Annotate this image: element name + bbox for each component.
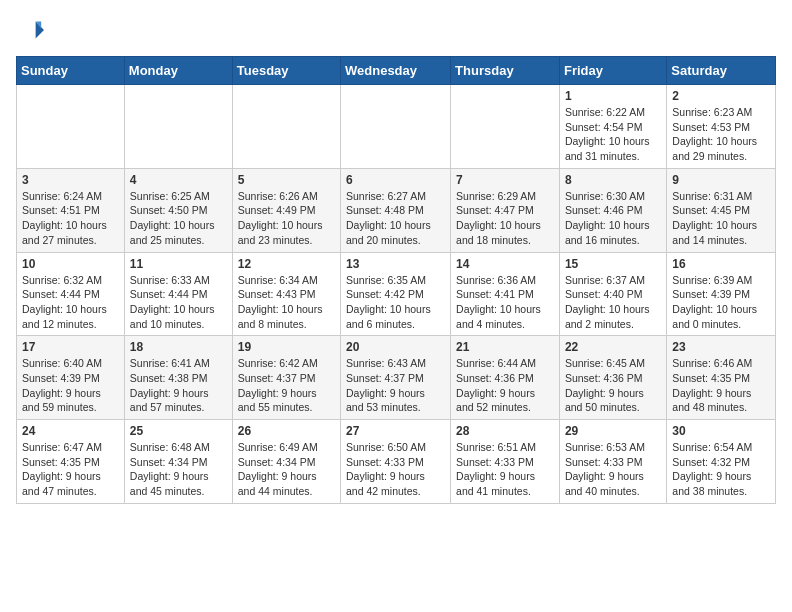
logo-icon [16, 16, 44, 44]
col-header-wednesday: Wednesday [341, 57, 451, 85]
day-number: 27 [346, 424, 445, 438]
calendar-cell: 14Sunrise: 6:36 AM Sunset: 4:41 PM Dayli… [451, 252, 560, 336]
calendar-cell: 5Sunrise: 6:26 AM Sunset: 4:49 PM Daylig… [232, 168, 340, 252]
day-number: 29 [565, 424, 661, 438]
calendar-cell: 10Sunrise: 6:32 AM Sunset: 4:44 PM Dayli… [17, 252, 125, 336]
day-number: 15 [565, 257, 661, 271]
calendar-cell: 8Sunrise: 6:30 AM Sunset: 4:46 PM Daylig… [559, 168, 666, 252]
calendar-cell [341, 85, 451, 169]
day-number: 23 [672, 340, 770, 354]
calendar-cell: 1Sunrise: 6:22 AM Sunset: 4:54 PM Daylig… [559, 85, 666, 169]
day-info: Sunrise: 6:31 AM Sunset: 4:45 PM Dayligh… [672, 189, 770, 248]
day-number: 1 [565, 89, 661, 103]
day-info: Sunrise: 6:48 AM Sunset: 4:34 PM Dayligh… [130, 440, 227, 499]
logo [16, 16, 48, 44]
day-number: 25 [130, 424, 227, 438]
calendar-cell: 28Sunrise: 6:51 AM Sunset: 4:33 PM Dayli… [451, 420, 560, 504]
col-header-sunday: Sunday [17, 57, 125, 85]
calendar-cell: 3Sunrise: 6:24 AM Sunset: 4:51 PM Daylig… [17, 168, 125, 252]
calendar-cell: 30Sunrise: 6:54 AM Sunset: 4:32 PM Dayli… [667, 420, 776, 504]
day-number: 13 [346, 257, 445, 271]
calendar-cell: 2Sunrise: 6:23 AM Sunset: 4:53 PM Daylig… [667, 85, 776, 169]
day-number: 20 [346, 340, 445, 354]
day-number: 22 [565, 340, 661, 354]
calendar-cell [232, 85, 340, 169]
calendar-cell: 12Sunrise: 6:34 AM Sunset: 4:43 PM Dayli… [232, 252, 340, 336]
calendar-cell: 21Sunrise: 6:44 AM Sunset: 4:36 PM Dayli… [451, 336, 560, 420]
day-number: 26 [238, 424, 335, 438]
day-info: Sunrise: 6:36 AM Sunset: 4:41 PM Dayligh… [456, 273, 554, 332]
day-info: Sunrise: 6:54 AM Sunset: 4:32 PM Dayligh… [672, 440, 770, 499]
calendar-cell: 26Sunrise: 6:49 AM Sunset: 4:34 PM Dayli… [232, 420, 340, 504]
day-info: Sunrise: 6:25 AM Sunset: 4:50 PM Dayligh… [130, 189, 227, 248]
calendar-week-row: 10Sunrise: 6:32 AM Sunset: 4:44 PM Dayli… [17, 252, 776, 336]
calendar-cell: 22Sunrise: 6:45 AM Sunset: 4:36 PM Dayli… [559, 336, 666, 420]
calendar-cell [124, 85, 232, 169]
calendar-table: SundayMondayTuesdayWednesdayThursdayFrid… [16, 56, 776, 504]
calendar-week-row: 1Sunrise: 6:22 AM Sunset: 4:54 PM Daylig… [17, 85, 776, 169]
day-number: 10 [22, 257, 119, 271]
col-header-thursday: Thursday [451, 57, 560, 85]
day-number: 6 [346, 173, 445, 187]
day-number: 17 [22, 340, 119, 354]
day-info: Sunrise: 6:41 AM Sunset: 4:38 PM Dayligh… [130, 356, 227, 415]
day-info: Sunrise: 6:30 AM Sunset: 4:46 PM Dayligh… [565, 189, 661, 248]
day-number: 19 [238, 340, 335, 354]
day-info: Sunrise: 6:35 AM Sunset: 4:42 PM Dayligh… [346, 273, 445, 332]
calendar-header-row: SundayMondayTuesdayWednesdayThursdayFrid… [17, 57, 776, 85]
calendar-week-row: 17Sunrise: 6:40 AM Sunset: 4:39 PM Dayli… [17, 336, 776, 420]
calendar-cell: 15Sunrise: 6:37 AM Sunset: 4:40 PM Dayli… [559, 252, 666, 336]
calendar-cell: 6Sunrise: 6:27 AM Sunset: 4:48 PM Daylig… [341, 168, 451, 252]
calendar-cell: 23Sunrise: 6:46 AM Sunset: 4:35 PM Dayli… [667, 336, 776, 420]
calendar-week-row: 3Sunrise: 6:24 AM Sunset: 4:51 PM Daylig… [17, 168, 776, 252]
day-info: Sunrise: 6:23 AM Sunset: 4:53 PM Dayligh… [672, 105, 770, 164]
calendar-cell [17, 85, 125, 169]
calendar-cell: 24Sunrise: 6:47 AM Sunset: 4:35 PM Dayli… [17, 420, 125, 504]
calendar-cell: 13Sunrise: 6:35 AM Sunset: 4:42 PM Dayli… [341, 252, 451, 336]
page-header [16, 16, 776, 44]
day-number: 7 [456, 173, 554, 187]
calendar-cell: 7Sunrise: 6:29 AM Sunset: 4:47 PM Daylig… [451, 168, 560, 252]
day-number: 14 [456, 257, 554, 271]
day-info: Sunrise: 6:44 AM Sunset: 4:36 PM Dayligh… [456, 356, 554, 415]
day-info: Sunrise: 6:45 AM Sunset: 4:36 PM Dayligh… [565, 356, 661, 415]
day-number: 28 [456, 424, 554, 438]
calendar-cell: 20Sunrise: 6:43 AM Sunset: 4:37 PM Dayli… [341, 336, 451, 420]
calendar-cell: 19Sunrise: 6:42 AM Sunset: 4:37 PM Dayli… [232, 336, 340, 420]
day-info: Sunrise: 6:53 AM Sunset: 4:33 PM Dayligh… [565, 440, 661, 499]
day-number: 3 [22, 173, 119, 187]
day-info: Sunrise: 6:51 AM Sunset: 4:33 PM Dayligh… [456, 440, 554, 499]
calendar-cell: 11Sunrise: 6:33 AM Sunset: 4:44 PM Dayli… [124, 252, 232, 336]
day-number: 5 [238, 173, 335, 187]
calendar-cell: 18Sunrise: 6:41 AM Sunset: 4:38 PM Dayli… [124, 336, 232, 420]
day-info: Sunrise: 6:47 AM Sunset: 4:35 PM Dayligh… [22, 440, 119, 499]
col-header-monday: Monday [124, 57, 232, 85]
day-info: Sunrise: 6:43 AM Sunset: 4:37 PM Dayligh… [346, 356, 445, 415]
day-info: Sunrise: 6:49 AM Sunset: 4:34 PM Dayligh… [238, 440, 335, 499]
day-info: Sunrise: 6:34 AM Sunset: 4:43 PM Dayligh… [238, 273, 335, 332]
day-number: 8 [565, 173, 661, 187]
day-info: Sunrise: 6:40 AM Sunset: 4:39 PM Dayligh… [22, 356, 119, 415]
calendar-cell: 25Sunrise: 6:48 AM Sunset: 4:34 PM Dayli… [124, 420, 232, 504]
calendar-week-row: 24Sunrise: 6:47 AM Sunset: 4:35 PM Dayli… [17, 420, 776, 504]
day-info: Sunrise: 6:22 AM Sunset: 4:54 PM Dayligh… [565, 105, 661, 164]
day-info: Sunrise: 6:42 AM Sunset: 4:37 PM Dayligh… [238, 356, 335, 415]
day-number: 9 [672, 173, 770, 187]
calendar-cell: 4Sunrise: 6:25 AM Sunset: 4:50 PM Daylig… [124, 168, 232, 252]
day-info: Sunrise: 6:39 AM Sunset: 4:39 PM Dayligh… [672, 273, 770, 332]
day-info: Sunrise: 6:46 AM Sunset: 4:35 PM Dayligh… [672, 356, 770, 415]
calendar-cell: 27Sunrise: 6:50 AM Sunset: 4:33 PM Dayli… [341, 420, 451, 504]
day-number: 16 [672, 257, 770, 271]
day-number: 12 [238, 257, 335, 271]
day-number: 24 [22, 424, 119, 438]
col-header-saturday: Saturday [667, 57, 776, 85]
calendar-cell [451, 85, 560, 169]
calendar-cell: 29Sunrise: 6:53 AM Sunset: 4:33 PM Dayli… [559, 420, 666, 504]
col-header-tuesday: Tuesday [232, 57, 340, 85]
day-info: Sunrise: 6:24 AM Sunset: 4:51 PM Dayligh… [22, 189, 119, 248]
day-number: 4 [130, 173, 227, 187]
col-header-friday: Friday [559, 57, 666, 85]
day-info: Sunrise: 6:37 AM Sunset: 4:40 PM Dayligh… [565, 273, 661, 332]
day-info: Sunrise: 6:26 AM Sunset: 4:49 PM Dayligh… [238, 189, 335, 248]
day-info: Sunrise: 6:33 AM Sunset: 4:44 PM Dayligh… [130, 273, 227, 332]
